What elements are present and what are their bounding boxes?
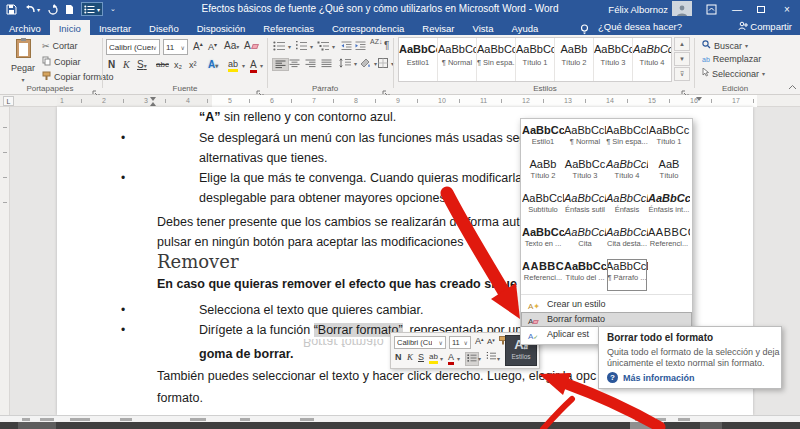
style-cell--normal[interactable]: AaBbCcDc¶ Normal	[564, 122, 606, 156]
style-cell-título-3[interactable]: AaBbCcTítulo 3	[564, 156, 606, 190]
font-color-caret[interactable]: ▾	[260, 63, 263, 69]
style-cell-título-del-[interactable]: AaBbCcDcTítulo del ...	[564, 258, 606, 292]
save-icon[interactable]	[6, 4, 17, 15]
style-cell--sin-espa-[interactable]: AaBbCcDc¶ Sin espa...	[477, 38, 516, 81]
mini-italic-button[interactable]: K	[407, 352, 413, 362]
minimize-button[interactable]: —	[726, 0, 748, 18]
clipboard-dialog-launcher[interactable]	[92, 84, 101, 93]
gallery-up-icon[interactable]: ▲	[674, 37, 690, 51]
align-left-button[interactable]	[272, 58, 289, 71]
mini-font-combo[interactable]: Calibri (Cu∨	[394, 336, 446, 349]
cut-button[interactable]: ✂Cortar	[42, 41, 78, 51]
styles-dialog-launcher[interactable]	[681, 84, 690, 93]
mini-highlight-caret[interactable]: ▾	[440, 356, 443, 362]
avatar[interactable]	[672, 1, 692, 16]
status-bar[interactable]	[0, 415, 800, 422]
copy-button[interactable]: Copiar	[42, 56, 81, 68]
gallery-expand-icon[interactable]: ⊽	[674, 67, 690, 81]
qat-customize-icon[interactable]: ⌄	[110, 5, 116, 13]
text-effects-button[interactable]: A▾	[208, 59, 218, 70]
font-name-combo[interactable]: Calibri (Cuer∨	[106, 39, 160, 55]
multilevel-list-button[interactable]: ▾	[317, 41, 335, 51]
grow-font-button[interactable]: A▴	[193, 40, 203, 52]
style-cell-título-2[interactable]: AaBbTítulo 2	[555, 38, 594, 81]
superscript-button[interactable]: x²	[189, 60, 197, 70]
line-spacing-button[interactable]: ▾	[339, 58, 357, 68]
style-cell-título-4[interactable]: AaBbCcDcTítulo 4	[606, 156, 648, 190]
replace-button[interactable]: abReemplazar	[702, 54, 761, 64]
style-cell-énfasis-int-[interactable]: AaBbCcDcÉnfasis int...	[648, 190, 690, 224]
style-cell-estilo1[interactable]: AaBbCcEstilo1	[522, 122, 564, 156]
tab-selector[interactable]: L	[3, 96, 14, 106]
indent-marker-left[interactable]	[150, 97, 156, 101]
numbering-button[interactable]: ▾	[295, 41, 313, 51]
collapse-ribbon-icon[interactable]	[788, 84, 797, 91]
style-cell-estilo1[interactable]: AaBbCcEstilo1	[399, 38, 438, 81]
new-document-icon[interactable]	[65, 4, 74, 15]
paragraph-dialog-launcher[interactable]	[382, 84, 391, 93]
mini-font-color-button[interactable]: A	[448, 352, 454, 365]
mini-numbering-button[interactable]	[486, 352, 496, 362]
font-dialog-launcher[interactable]	[256, 84, 265, 93]
indent-marker-hanging[interactable]	[150, 102, 156, 106]
bullets-button[interactable]: ▾	[273, 41, 291, 51]
sort-button[interactable]: AZ↓	[370, 39, 382, 45]
style-cell--normal[interactable]: AaBbCcDc¶ Normal	[438, 38, 477, 81]
style-cell-título-4[interactable]: AaBbCcDcTítulo 4	[633, 38, 672, 81]
style-cell--sin-espa-[interactable]: AaBbCcDc¶ Sin espa...	[606, 122, 648, 156]
borders-button[interactable]: ▾	[378, 58, 394, 68]
tell-me-box[interactable]: ¿Qué desea hacer?	[598, 18, 682, 35]
clear-formatting-button[interactable]: A	[244, 40, 258, 51]
increase-indent-button[interactable]	[355, 41, 366, 51]
font-color-button[interactable]: A	[250, 59, 257, 73]
gallery-down-icon[interactable]: ▼	[674, 52, 690, 66]
strikethrough-button[interactable]: abc	[156, 60, 169, 69]
style-cell-referenci-[interactable]: AABBCCDCReferenci...	[522, 258, 564, 292]
align-right-button[interactable]	[305, 59, 316, 68]
style-cell-título-1[interactable]: AaBbCcTítulo 1	[648, 122, 690, 156]
mini-bullets-caret[interactable]: ▾	[478, 356, 481, 362]
underline-button[interactable]: S▾	[137, 59, 147, 70]
redo-icon[interactable]	[47, 4, 58, 15]
decrease-indent-button[interactable]	[341, 41, 352, 51]
share-button[interactable]: Compartir	[738, 18, 792, 35]
style-cell--párrafo-[interactable]: AaBbCcDc¶ Párrafo ...	[606, 258, 648, 292]
mini-underline-button[interactable]: S	[418, 352, 424, 362]
italic-button[interactable]: K	[123, 59, 130, 70]
style-cell-título-2[interactable]: AaBbTítulo 2	[522, 156, 564, 190]
menu-item-create-style[interactable]: A✦Crear un estilo	[521, 297, 692, 312]
style-cell-título-1[interactable]: AaBbCcTítulo 1	[516, 38, 555, 81]
find-button[interactable]: Buscar▾	[702, 40, 748, 51]
show-marks-button[interactable]: ¶	[384, 40, 389, 51]
style-cell-énfasis-sutil[interactable]: AaBbCcDcÉnfasis sutil	[564, 190, 606, 224]
style-cell-título[interactable]: AaBTítulo	[648, 156, 690, 190]
justify-button[interactable]	[321, 59, 332, 68]
mini-font-color-caret[interactable]: ▾	[457, 356, 460, 362]
style-cell-énfasis[interactable]: AaBbCcDcÉnfasis	[606, 190, 648, 224]
mini-grow-font-button[interactable]: A▴	[475, 336, 484, 346]
style-cell-subtítulo[interactable]: AaBbCcDSubtítulo	[522, 190, 564, 224]
account-name[interactable]: Félix Albornoz	[608, 4, 668, 15]
style-cell-título-3[interactable]: AaBbCcTítulo 3	[594, 38, 633, 81]
font-size-combo[interactable]: 11∨	[163, 39, 188, 55]
indent-marker-right[interactable]	[696, 97, 702, 101]
mini-numbering-caret[interactable]: ▾	[497, 356, 500, 362]
bold-button[interactable]: N	[108, 59, 115, 70]
menu-item-clear-formatting[interactable]: ABorrar formato	[521, 312, 692, 327]
mini-bullets-button[interactable]	[465, 352, 479, 366]
style-cell-cita-desta-[interactable]: AaBbCcDcCita desta...	[606, 224, 648, 258]
restore-button[interactable]	[750, 0, 772, 18]
select-button[interactable]: Seleccionar▾	[702, 68, 765, 79]
align-center-button[interactable]	[289, 59, 300, 68]
style-cell-cita[interactable]: AaBbCcDcCita	[564, 224, 606, 258]
bullet-list-qat-button[interactable]: ▾	[81, 2, 103, 16]
mini-size-combo[interactable]: 11∨	[449, 336, 471, 349]
mini-highlight-button[interactable]: ab	[429, 352, 438, 364]
mini-shrink-font-button[interactable]: A▾	[487, 337, 495, 346]
highlight-color-button[interactable]: ab	[228, 59, 238, 72]
close-button[interactable]: ×	[776, 0, 798, 18]
vertical-ruler[interactable]	[0, 107, 10, 415]
subscript-button[interactable]: x₂	[174, 60, 182, 70]
style-cell-referenci-[interactable]: AABBCCDCReferenci...	[648, 224, 690, 258]
highlight-caret[interactable]: ▾	[242, 63, 245, 69]
